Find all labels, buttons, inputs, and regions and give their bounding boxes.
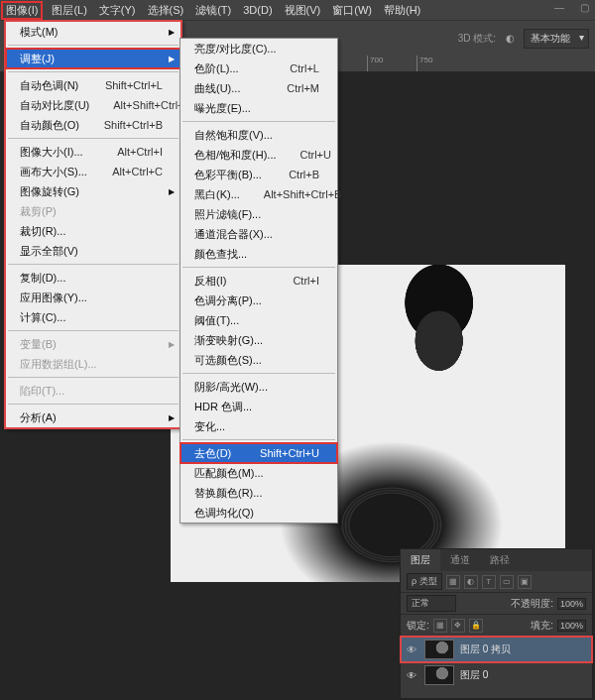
image-menu-item[interactable]: 裁切(R)... <box>6 221 180 241</box>
menu-item-label: 色彩平衡(B)... <box>194 168 262 182</box>
layer-filter-row: ρ 类型 ▦ ◐ T ▭ ▣ <box>401 571 592 593</box>
image-menu-item[interactable]: 应用图像(Y)... <box>6 288 180 307</box>
image-menu-item[interactable]: 模式(M) <box>6 22 180 42</box>
adjust-menu-item[interactable]: HDR 色调... <box>180 397 337 416</box>
image-menu-item[interactable]: 分析(A) <box>6 408 180 427</box>
adjust-menu-item[interactable]: 色调分离(P)... <box>180 291 337 310</box>
adjust-menu-item[interactable]: 亮度/对比度(C)... <box>180 39 337 58</box>
menu-select[interactable]: 选择(S) <box>148 3 184 18</box>
adjust-menu-item[interactable]: 可选颜色(S)... <box>180 350 337 370</box>
layer-row[interactable]: 👁 图层 0 <box>401 662 592 688</box>
image-menu-item[interactable]: 自动对比度(U)Alt+Shift+Ctrl+L <box>6 95 180 115</box>
image-menu-item: 裁剪(P) <box>6 201 180 221</box>
menu-item-label: 颜色查找... <box>194 247 247 262</box>
menu-item-label: 曝光度(E)... <box>194 101 251 116</box>
minimize-icon[interactable]: — <box>554 2 564 13</box>
menu-type[interactable]: 文字(Y) <box>99 3 136 18</box>
visibility-icon[interactable]: 👁 <box>405 644 418 655</box>
adjust-menu-item[interactable]: 替换颜色(R)... <box>180 483 337 503</box>
menu-item-label: 自动颜色(O) <box>20 118 79 133</box>
adjust-menu-item[interactable]: 色彩平衡(B)...Ctrl+B <box>180 165 337 184</box>
opacity-value[interactable]: 100% <box>557 598 586 610</box>
menu-item-label: 图像旋转(G) <box>20 184 79 199</box>
menu-help[interactable]: 帮助(H) <box>384 3 420 18</box>
menu-layer[interactable]: 图层(L) <box>52 3 86 18</box>
adjust-menu-item[interactable]: 色调均化(Q) <box>180 503 337 523</box>
adjust-menu-item[interactable]: 变化... <box>180 416 337 436</box>
menu-filter[interactable]: 滤镜(T) <box>195 3 231 18</box>
menu-item-label: 自然饱和度(V)... <box>194 128 273 143</box>
filter-adjust-icon[interactable]: ◐ <box>464 575 478 589</box>
image-menu-item[interactable]: 显示全部(V) <box>6 241 180 261</box>
tab-paths[interactable]: 路径 <box>480 549 520 571</box>
menu-item-label: 显示全部(V) <box>20 244 78 259</box>
menu-item-label: 照片滤镜(F)... <box>194 207 261 222</box>
menu-item-label: 反相(I) <box>194 274 226 289</box>
menu-item-label: 可选颜色(S)... <box>194 353 262 368</box>
menu-item-label: 渐变映射(G)... <box>194 333 263 348</box>
adjust-menu-item[interactable]: 去色(D)Shift+Ctrl+U <box>180 443 337 463</box>
filter-shape-icon[interactable]: ▭ <box>500 575 514 589</box>
adjust-menu-item[interactable]: 渐变映射(G)... <box>180 330 337 350</box>
visibility-icon[interactable]: 👁 <box>405 670 418 681</box>
fill-value[interactable]: 100% <box>557 620 586 632</box>
layer-name: 图层 0 <box>460 668 488 682</box>
adjust-menu-item[interactable]: 反相(I)Ctrl+I <box>180 271 337 291</box>
image-menu-item[interactable]: 计算(C)... <box>6 307 180 327</box>
menu-shortcut: Shift+Ctrl+U <box>236 447 319 459</box>
adjust-menu-item[interactable]: 阈值(T)... <box>180 310 337 330</box>
image-menu-item[interactable]: 图像大小(I)...Alt+Ctrl+I <box>6 142 180 162</box>
ruler-tick: 700 <box>367 56 416 71</box>
menu-item-label: 图像大小(I)... <box>20 145 83 160</box>
menu-3d[interactable]: 3D(D) <box>243 4 272 16</box>
menu-item-label: 通道混合器(X)... <box>194 227 273 242</box>
image-menu-item: 应用数据组(L)... <box>6 354 180 374</box>
image-menu-item[interactable]: 复制(D)... <box>6 268 180 288</box>
lock-all-icon[interactable]: 🔒 <box>469 619 483 633</box>
menu-window[interactable]: 窗口(W) <box>332 3 372 18</box>
adjust-menu-item[interactable]: 曝光度(E)... <box>180 98 337 118</box>
filter-smart-icon[interactable]: ▣ <box>518 575 532 589</box>
image-menu-item[interactable]: 自动色调(N)Shift+Ctrl+L <box>6 75 180 95</box>
adjust-menu-item[interactable]: 自然饱和度(V)... <box>180 125 337 145</box>
image-menu-item[interactable]: 图像旋转(G) <box>6 181 180 201</box>
workspace-select[interactable]: 基本功能 <box>524 29 589 49</box>
adjust-menu-item[interactable]: 通道混合器(X)... <box>180 224 337 244</box>
tab-channels[interactable]: 通道 <box>440 549 480 571</box>
adjust-menu-item[interactable]: 匹配颜色(M)... <box>180 463 337 483</box>
tab-layers[interactable]: 图层 <box>401 549 440 571</box>
menu-image[interactable]: 图像(I) <box>1 1 43 20</box>
filter-type-icon[interactable]: T <box>482 575 496 589</box>
kind-filter-select[interactable]: ρ 类型 <box>407 573 442 590</box>
image-menu-item: 陷印(T)... <box>6 381 180 401</box>
image-menu-item[interactable]: 调整(J) <box>6 49 180 68</box>
menu-item-label: 分析(A) <box>20 410 57 425</box>
adjust-menu-item[interactable]: 曲线(U)...Ctrl+M <box>180 78 337 98</box>
panel-tabs: 图层 通道 路径 <box>401 549 592 571</box>
layer-thumbnail[interactable] <box>424 665 454 685</box>
menu-view[interactable]: 视图(V) <box>285 3 321 18</box>
adjust-menu-item[interactable]: 阴影/高光(W)... <box>180 377 337 397</box>
blend-mode-select[interactable]: 正常 <box>407 595 456 612</box>
adjust-menu-item[interactable]: 黑白(K)...Alt+Shift+Ctrl+B <box>180 184 337 204</box>
image-menu-item[interactable]: 自动颜色(O)Shift+Ctrl+B <box>6 115 180 135</box>
menu-shortcut: Ctrl+U <box>277 149 331 161</box>
adjust-menu-item[interactable]: 色阶(L)...Ctrl+L <box>180 58 337 78</box>
layer-row[interactable]: 👁 图层 0 拷贝 <box>401 637 592 662</box>
layer-thumbnail[interactable] <box>424 640 454 659</box>
filter-pixel-icon[interactable]: ▦ <box>446 575 460 589</box>
menu-item-label: 画布大小(S)... <box>20 165 87 179</box>
menu-shortcut: Shift+Ctrl+L <box>81 79 163 91</box>
adjust-menu-item[interactable]: 色相/饱和度(H)...Ctrl+U <box>180 145 337 165</box>
adjust-menu-item[interactable]: 照片滤镜(F)... <box>180 204 337 224</box>
menu-shortcut: Ctrl+M <box>263 82 319 94</box>
menu-item-label: 变化... <box>194 419 225 434</box>
lock-position-icon[interactable]: ✥ <box>451 619 465 633</box>
maximize-icon[interactable]: ▢ <box>580 2 589 13</box>
menu-item-label: 变量(B) <box>20 337 57 352</box>
lock-pixels-icon[interactable]: ▦ <box>433 619 447 633</box>
menu-shortcut: Alt+Shift+Ctrl+B <box>240 188 342 200</box>
adjust-menu-item[interactable]: 颜色查找... <box>180 244 337 264</box>
orbit-icon[interactable]: ◐ <box>500 29 520 49</box>
image-menu-item[interactable]: 画布大小(S)...Alt+Ctrl+C <box>6 162 180 181</box>
